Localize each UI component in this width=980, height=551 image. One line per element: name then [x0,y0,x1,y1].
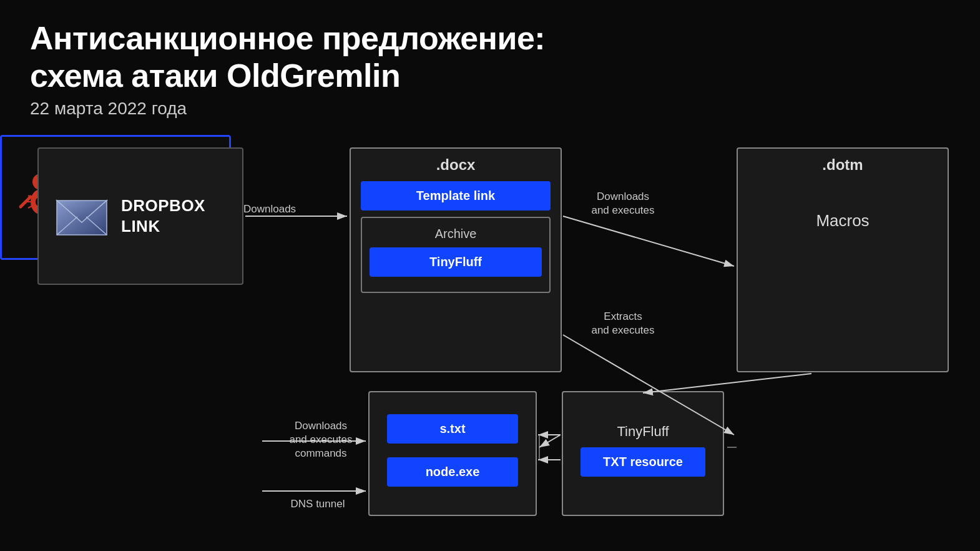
docx-box: .docx Template link Archive TinyFluff [350,147,562,372]
downloads-and-executes-label: Downloadsand executes [573,190,673,217]
docx-title: .docx [361,156,551,174]
nodeexe-button: node.exe [387,457,518,487]
dropbox-label: DROPBOX LINK [121,196,227,236]
dropbox-box: DROPBOX LINK [37,147,243,285]
dotm-box: .dotm Macros [737,147,949,372]
svg-line-19 [563,216,734,266]
page-subtitle: 22 марта 2022 года [30,99,950,119]
svg-line-23 [539,435,561,447]
header: Антисанкционное предложение: схема атаки… [0,0,980,129]
downloads-label: Downloads [243,202,296,216]
tinyfluff-bottom-label: TinyFluff [617,424,669,440]
extracts-and-executes-label: Extractsand executes [573,310,673,337]
svg-line-22 [643,374,811,393]
txt-resource-button: TXT resource [581,447,705,477]
dns-tunnel-label: DNS tunnel [277,497,358,511]
macros-label: Macros [748,211,938,231]
diagram: DROPBOX LINK .docx Template link Archive… [0,135,980,541]
tinyfluff-button: TinyFluff [370,247,542,277]
template-link-button: Template link [361,181,551,211]
scripts-box: s.txt node.exe [368,391,537,516]
archive-box: Archive TinyFluff [361,217,551,293]
page-title: Антисанкционное предложение: схема атаки… [30,20,950,95]
archive-label: Archive [370,227,542,241]
downloads-commands-label: Downloadsand executescommands [271,419,371,460]
dropbox-icon [54,188,110,244]
tinyfluff-bottom-box: TinyFluff TXT resource [562,391,724,516]
dotm-title: .dotm [748,156,938,174]
stxt-button: s.txt [387,414,518,444]
